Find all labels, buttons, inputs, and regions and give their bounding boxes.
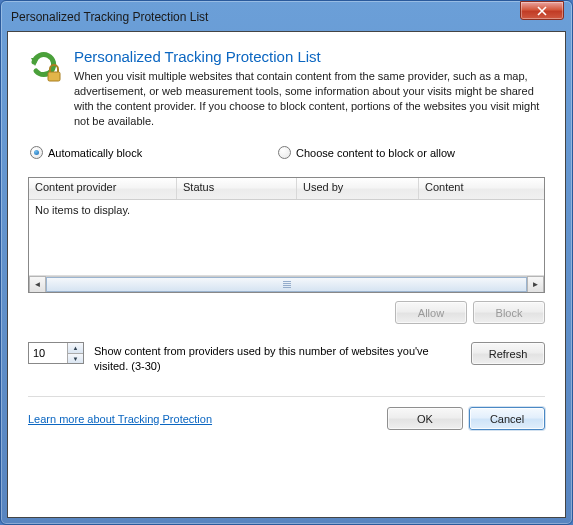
radio-label: Automatically block [48,147,142,159]
shield-refresh-icon [28,48,64,84]
header-text-block: Personalized Tracking Protection List Wh… [74,48,545,128]
table-empty-text: No items to display. [35,204,130,216]
col-content[interactable]: Content [419,178,544,199]
horizontal-scrollbar[interactable]: ◄ ► [29,275,544,292]
threshold-input[interactable] [29,343,67,363]
cancel-button[interactable]: Cancel [469,407,545,430]
radio-icon [278,146,291,159]
block-button[interactable]: Block [473,301,545,324]
table-header: Content provider Status Used by Content [29,178,544,200]
spinner-buttons: ▲ ▼ [67,343,83,363]
learn-more-link[interactable]: Learn more about Tracking Protection [28,413,381,425]
providers-table: Content provider Status Used by Content … [28,177,545,293]
col-content-provider[interactable]: Content provider [29,178,177,199]
page-description: When you visit multiple websites that co… [74,69,545,128]
scroll-right-button[interactable]: ► [527,276,544,293]
allow-button[interactable]: Allow [395,301,467,324]
page-heading: Personalized Tracking Protection List [74,48,545,65]
close-icon [537,6,547,16]
col-status[interactable]: Status [177,178,297,199]
client-area: Personalized Tracking Protection List Wh… [7,31,566,518]
radio-icon [30,146,43,159]
table-body: No items to display. [29,200,544,275]
header-section: Personalized Tracking Protection List Wh… [28,48,545,128]
divider [28,396,545,397]
svg-rect-1 [48,72,60,81]
scroll-left-button[interactable]: ◄ [29,276,46,293]
ok-button[interactable]: OK [387,407,463,430]
footer: Learn more about Tracking Protection OK … [28,407,545,430]
threshold-description: Show content from providers used by this… [94,342,461,374]
threshold-row: ▲ ▼ Show content from providers used by … [28,342,545,374]
titlebar: Personalized Tracking Protection List [7,7,566,31]
close-button[interactable] [520,1,564,20]
radio-choose-content[interactable]: Choose content to block or allow [278,146,455,159]
radio-automatically-block[interactable]: Automatically block [30,146,278,159]
spin-up-button[interactable]: ▲ [68,343,83,354]
threshold-spinner[interactable]: ▲ ▼ [28,342,84,364]
radio-label: Choose content to block or allow [296,147,455,159]
scroll-track[interactable] [46,276,527,293]
dialog-window: Personalized Tracking Protection List Pe… [0,0,573,525]
col-used-by[interactable]: Used by [297,178,419,199]
scroll-thumb[interactable] [46,277,527,292]
allow-block-row: Allow Block [28,301,545,324]
mode-radio-group: Automatically block Choose content to bl… [28,146,545,159]
window-title: Personalized Tracking Protection List [11,10,564,24]
spin-down-button[interactable]: ▼ [68,354,83,364]
refresh-button[interactable]: Refresh [471,342,545,365]
